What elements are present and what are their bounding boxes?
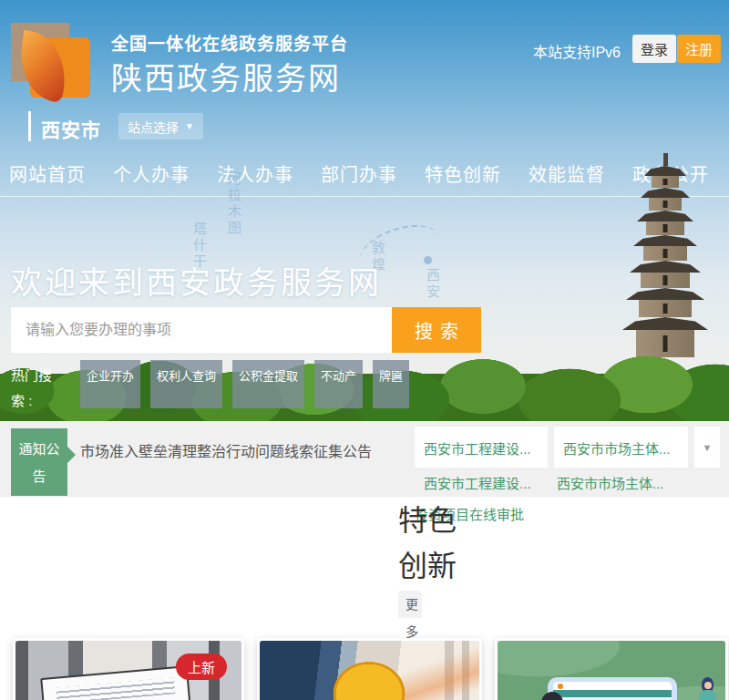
portal-illustration (498, 641, 725, 700)
site-select-button[interactable]: 站点选择 ▼ (118, 113, 203, 139)
person-illustration (695, 677, 719, 700)
feature-card-construction[interactable] (257, 638, 482, 700)
feature-card-laptop[interactable]: 上新 (13, 638, 244, 700)
city-divider (28, 111, 31, 141)
notice-headline-link[interactable]: 市场准入壁垒清理整治行动问题线索征集公告 (80, 439, 372, 461)
current-city-label: 西安市 (41, 115, 101, 142)
notice-expand-button[interactable]: ▼ (694, 427, 720, 468)
construction-worker-photo (260, 641, 479, 700)
dropdown-arrow-icon: ▼ (703, 442, 713, 453)
notice-badge: 通知公告 (11, 428, 67, 496)
site-title: 陕西政务服务网 (111, 54, 341, 98)
quick-link-market-1[interactable]: 西安市市场主体... (554, 427, 688, 458)
hot-search-label: 热门搜索 : (11, 363, 56, 414)
nav-item-supervision[interactable]: 效能监督 (529, 160, 605, 187)
nav-item-department[interactable]: 部门办事 (321, 160, 397, 187)
search-input[interactable] (11, 307, 392, 353)
hot-tag-rights-query[interactable]: 权利人查询 (150, 360, 222, 408)
laptop-photo: 上新 (15, 641, 241, 700)
quick-link-construction-2[interactable]: 西安市工程建设... (424, 473, 531, 492)
feature-card-portal[interactable] (495, 638, 728, 700)
hot-tag-housing-fund[interactable]: 公积金提取 (232, 360, 304, 408)
notice-section: 通知公告 市场准入壁垒清理整治行动问题线索征集公告 西安市工程建设... 西安市… (0, 421, 729, 497)
platform-title: 全国一体化在线政务服务平台 (111, 30, 348, 55)
ipv6-support-label: 本站支持IPv6 (533, 40, 621, 62)
page: 全国一体化在线政务服务平台 陕西政务服务网 本站支持IPv6 登录 注册 西安市… (0, 0, 729, 700)
nav-item-features[interactable]: 特色创新 (425, 160, 501, 187)
search-bar: 搜索 (11, 307, 481, 353)
nav-item-personal[interactable]: 个人办事 (113, 160, 190, 187)
chevron-down-icon: ▼ (185, 121, 194, 131)
site-select-label: 站点选择 (128, 118, 179, 136)
hot-tag-plaque[interactable]: 牌匾 (373, 360, 409, 408)
laptop-screen (40, 665, 192, 700)
quick-link-construction-1[interactable]: 西安市工程建设... (415, 427, 548, 458)
features-section-title: 特色创新 (398, 498, 462, 589)
map-label-xian: 西安 (423, 268, 442, 301)
hot-search-tags: 企业开办 权利人查询 公积金提取 不动产 牌匾 (80, 360, 409, 408)
map-label-almaty: 阿拉木图 (224, 171, 243, 237)
hot-tag-enterprise[interactable]: 企业开办 (80, 360, 140, 408)
register-button[interactable]: 注册 (677, 35, 721, 63)
quick-link-box: 西安市工程建设... (415, 427, 548, 468)
more-button[interactable]: 更多 (398, 591, 422, 645)
login-button[interactable]: 登录 (632, 35, 676, 63)
new-badge: 上新 (176, 654, 227, 680)
quick-link-market-2[interactable]: 西安市市场主体... (557, 473, 664, 492)
quick-link-box: 西安市市场主体... (554, 427, 688, 468)
search-button[interactable]: 搜索 (392, 307, 481, 353)
map-city-dot (424, 256, 432, 264)
welcome-heading: 欢迎来到西安政务服务网 (11, 258, 382, 303)
feature-cards: 上新 (13, 638, 728, 700)
website-screen (548, 677, 677, 700)
hot-tag-real-estate[interactable]: 不动产 (314, 360, 363, 408)
nav-item-home[interactable]: 网站首页 (9, 160, 86, 187)
site-logo (11, 23, 93, 99)
pagoda-illustration (601, 153, 729, 357)
banner: 全国一体化在线政务服务平台 陕西政务服务网 本站支持IPv6 登录 注册 西安市… (0, 0, 729, 421)
